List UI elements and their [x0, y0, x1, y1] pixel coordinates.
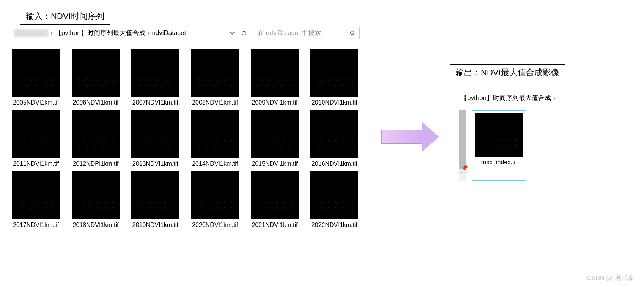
file-thumbnail [131, 171, 179, 219]
file-name: 2019NDVI1km.tif [132, 221, 178, 228]
file-thumbnail [475, 113, 523, 157]
output-label-text: 输出：NDVI最大值合成影像 [456, 68, 559, 77]
file-thumbnail [12, 110, 60, 158]
file-grid-left: 2005NDVI1km.tif2006NDVI1km.tif2007NDVI1k… [11, 49, 360, 229]
file-name: 2007NDVI1km.tif [132, 99, 178, 106]
path-seg-1[interactable]: 【python】时间序列最大值合成 [55, 29, 145, 37]
file-name: 2022NDVI1km.tif [312, 221, 357, 228]
output-label: 输出：NDVI最大值合成影像 [450, 64, 565, 81]
chevron-right-icon: › [50, 29, 53, 37]
file-name: 2021NDVI1km.tif [252, 221, 298, 228]
breadcrumb-bar: › 【python】时间序列最大值合成 › ndviDataset 在 ndvi… [11, 27, 360, 41]
file-thumbnail [310, 171, 358, 219]
file-name: 2013NDVI1km.tif [132, 160, 178, 167]
chevron-right-icon: › [148, 29, 150, 37]
file-item[interactable]: 2014NDVI1km.tif [190, 110, 240, 167]
file-item[interactable]: 2017NDVI1km.tif [11, 171, 61, 228]
search-input[interactable]: 在 ndviDataset 中搜索 [254, 27, 360, 39]
file-thumbnail [251, 171, 299, 219]
file-thumbnail [191, 49, 239, 97]
file-name: 2005NDVI1km.tif [13, 99, 59, 106]
path-field[interactable]: › 【python】时间序列最大值合成 › ndviDataset [11, 27, 250, 39]
scroll-thumb[interactable] [459, 110, 466, 169]
file-item[interactable]: 2019NDVI1km.tif [130, 171, 181, 228]
file-thumbnail [72, 49, 120, 97]
input-label: 输入：NDVI时间序列 [20, 8, 110, 25]
file-thumbnail [12, 171, 60, 219]
file-item[interactable]: 2005NDVI1km.tif [11, 49, 61, 106]
breadcrumb-right[interactable]: 【python】时间序列最大值合成 › [459, 91, 569, 105]
search-icon [350, 30, 356, 36]
file-thumbnail [131, 110, 179, 158]
divider [458, 172, 468, 173]
chevron-right-icon: › [553, 94, 556, 102]
left-explorer: › 【python】时间序列最大值合成 › ndviDataset 在 ndvi… [11, 27, 360, 229]
svg-point-0 [351, 31, 354, 34]
refresh-icon[interactable] [241, 30, 247, 36]
arrow-icon [381, 122, 440, 152]
file-item[interactable]: 2013NDVI1km.tif [130, 110, 181, 167]
right-explorer: 【python】时间序列最大值合成 › max_index.tif [459, 91, 569, 181]
file-name: 2014NDVI1km.tif [192, 160, 238, 167]
path-seg-right[interactable]: 【python】时间序列最大值合成 [461, 94, 551, 102]
svg-line-1 [354, 34, 355, 35]
file-item[interactable]: 2011NDVI1km.tif [11, 110, 61, 167]
file-item[interactable]: 2021NDVI1km.tif [249, 171, 300, 228]
file-name: 2012NDPI1km.tif [73, 160, 119, 167]
file-item[interactable]: 2012NDPI1km.tif [70, 110, 121, 167]
file-name: 2011NDVI1km.tif [13, 160, 59, 167]
file-item-output[interactable]: max_index.tif [472, 110, 526, 181]
file-name: 2008NDVI1km.tif [192, 99, 238, 106]
file-thumbnail [191, 110, 239, 158]
chevron-down-icon[interactable] [230, 30, 235, 36]
file-item[interactable]: 2006NDVI1km.tif [70, 49, 121, 106]
file-item[interactable]: 2020NDVI1km.tif [190, 171, 240, 228]
input-label-text: 输入：NDVI时间序列 [26, 11, 104, 21]
file-thumbnail [191, 171, 239, 219]
file-item[interactable]: 2007NDVI1km.tif [130, 49, 181, 106]
file-item[interactable]: 2015NDVI1km.tif [249, 110, 300, 167]
file-thumbnail [310, 110, 358, 158]
file-name: max_index.tif [481, 159, 517, 166]
file-item[interactable]: 2018NDVI1km.tif [70, 171, 121, 228]
file-thumbnail [72, 110, 120, 158]
file-thumbnail [72, 171, 120, 219]
file-name: 2017NDVI1km.tif [13, 221, 59, 228]
file-thumbnail [131, 49, 179, 97]
file-item[interactable]: 2009NDVI1km.tif [249, 49, 300, 106]
path-blurred-root [14, 29, 48, 37]
file-item[interactable]: 2008NDVI1km.tif [190, 49, 240, 106]
file-name: 2015NDVI1km.tif [252, 160, 298, 167]
search-placeholder: 在 ndviDataset 中搜索 [258, 29, 321, 37]
file-thumbnail [251, 110, 299, 158]
file-item[interactable]: 2016NDVI1km.tif [309, 110, 360, 167]
file-item[interactable]: 2022NDVI1km.tif [309, 171, 360, 228]
file-name: 2016NDVI1km.tif [312, 160, 357, 167]
file-name: 2009NDVI1km.tif [252, 99, 298, 106]
pin-icon[interactable]: 📌 [461, 164, 468, 171]
file-thumbnail [12, 49, 60, 97]
watermark: CSDN @_养乐多_ [587, 274, 637, 282]
file-item[interactable]: 2010NDVI1km.tif [309, 49, 360, 106]
path-seg-2[interactable]: ndviDataset [152, 29, 186, 37]
file-name: 2010NDVI1km.tif [312, 99, 357, 106]
file-thumbnail [251, 49, 299, 97]
file-name: 2006NDVI1km.tif [73, 99, 119, 106]
file-thumbnail [310, 49, 358, 97]
file-name: 2018NDVI1km.tif [73, 221, 119, 228]
file-name: 2020NDVI1km.tif [192, 221, 238, 228]
